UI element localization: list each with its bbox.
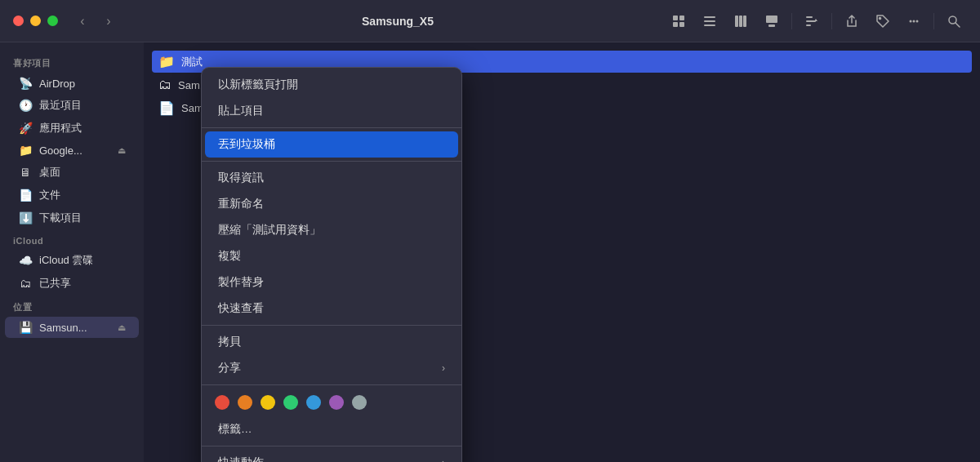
view-gallery-icon[interactable]	[759, 8, 785, 34]
cm-tags[interactable]: 標籤…	[205, 416, 458, 442]
sidebar-item-shared[interactable]: 🗂 已共享	[5, 272, 139, 295]
svg-rect-7	[735, 16, 738, 27]
cm-sep-2	[202, 161, 461, 162]
back-button[interactable]: ‹	[71, 10, 94, 33]
cm-share[interactable]: 分享 ›	[205, 355, 458, 381]
svg-rect-11	[768, 24, 775, 27]
google-icon: 📁	[18, 144, 33, 157]
minimize-button[interactable]	[30, 16, 41, 26]
icloud-label: iCloud	[0, 229, 144, 249]
context-menu-overlay[interactable]: 以新標籤頁打開 貼上項目 丟到垃圾桶 取得資訊 重新命名 壓縮「測試用資料」	[144, 42, 980, 462]
share-chevron-icon: ›	[442, 362, 445, 374]
svg-rect-0	[673, 16, 678, 20]
toolbar-sep-1	[791, 13, 792, 29]
cm-open-tab[interactable]: 以新標籤頁打開	[205, 72, 458, 98]
view-list-icon[interactable]	[697, 8, 723, 34]
cm-sep-4	[202, 384, 461, 385]
cm-quicklook[interactable]: 快速查看	[205, 295, 458, 322]
color-blue-dot[interactable]	[306, 395, 321, 410]
cm-sep-3	[202, 325, 461, 326]
quick-actions-chevron-icon: ›	[442, 457, 445, 462]
maximize-button[interactable]	[47, 16, 58, 26]
sidebar-item-documents[interactable]: 📄 文件	[5, 184, 139, 207]
share-icon[interactable]	[839, 8, 865, 34]
svg-rect-4	[704, 16, 715, 18]
titlebar: ‹ › Samsung_X5	[0, 0, 980, 42]
svg-point-19	[916, 20, 919, 22]
sidebar-item-icloud[interactable]: ☁️ iCloud 雲碟	[5, 249, 139, 272]
cm-quick-actions[interactable]: 快速動作 ›	[205, 450, 458, 462]
color-purple-dot[interactable]	[329, 395, 344, 410]
cm-get-info[interactable]: 取得資訊	[205, 165, 458, 191]
desktop-label: 桌面	[39, 165, 126, 180]
cm-duplicate[interactable]: 複製	[205, 243, 458, 269]
cm-compress[interactable]: 壓縮「測試用資料」	[205, 217, 458, 243]
color-gray-dot[interactable]	[352, 395, 367, 410]
apps-label: 應用程式	[39, 121, 126, 135]
sidebar-item-recents[interactable]: 🕐 最近項目	[5, 94, 139, 117]
documents-label: 文件	[39, 188, 126, 202]
svg-point-18	[913, 20, 915, 22]
file-area: 📁 測試 🗂 Sam... 📄 Sam... 以新標籤頁打開 貼上項目	[144, 42, 980, 462]
locations-label: 位置	[0, 295, 144, 317]
color-tags-row	[202, 389, 461, 416]
cm-copy[interactable]: 拷貝	[205, 329, 458, 355]
apps-icon: 🚀	[18, 122, 33, 135]
cm-sep-5	[202, 446, 461, 446]
cm-alias[interactable]: 製作替身	[205, 269, 458, 295]
recents-icon: 🕐	[18, 99, 33, 112]
icloud-label-text: iCloud 雲碟	[39, 253, 126, 268]
svg-rect-6	[704, 24, 715, 26]
sidebar-item-downloads[interactable]: ⬇️ 下載項目	[5, 207, 139, 229]
color-green-dot[interactable]	[283, 395, 298, 410]
svg-rect-12	[806, 16, 813, 18]
cm-rename[interactable]: 重新命名	[205, 191, 458, 217]
color-orange-dot[interactable]	[238, 395, 252, 410]
color-yellow-dot[interactable]	[261, 395, 275, 410]
color-red-dot[interactable]	[215, 395, 229, 410]
context-menu: 以新標籤頁打開 貼上項目 丟到垃圾桶 取得資訊 重新命名 壓縮「測試用資料」	[201, 67, 462, 462]
window-title: Samsung_X5	[130, 15, 666, 28]
shared-icon: 🗂	[18, 277, 33, 290]
samsung-eject-icon[interactable]: ⏏	[118, 322, 126, 333]
tag-icon[interactable]	[870, 8, 896, 34]
svg-marker-15	[814, 19, 817, 21]
recents-label: 最近項目	[39, 98, 126, 113]
view-columns-icon[interactable]	[728, 8, 754, 34]
toolbar	[666, 8, 967, 34]
view-grid-icon[interactable]	[666, 8, 692, 34]
sidebar-item-google[interactable]: 📁 Google... ⏏	[5, 140, 139, 161]
sidebar-item-apps[interactable]: 🚀 應用程式	[5, 117, 139, 140]
sidebar-item-airdrop[interactable]: 📡 AirDrop	[5, 73, 139, 94]
downloads-icon: ⬇️	[18, 211, 33, 224]
svg-rect-5	[704, 20, 715, 22]
svg-rect-2	[673, 22, 678, 27]
nav-buttons: ‹ ›	[71, 10, 120, 33]
window-controls	[13, 16, 58, 26]
shared-label: 已共享	[39, 276, 126, 291]
search-icon[interactable]	[941, 8, 967, 34]
svg-rect-3	[679, 22, 684, 27]
sidebar-item-samsung[interactable]: 💾 Samsun... ⏏	[5, 317, 139, 338]
desktop-icon: 🖥	[18, 166, 33, 179]
google-label: Google...	[39, 144, 111, 157]
sidebar-item-desktop[interactable]: 🖥 桌面	[5, 161, 139, 184]
forward-button[interactable]: ›	[97, 10, 120, 33]
google-eject-icon[interactable]: ⏏	[118, 145, 126, 156]
main-area: 喜好項目 📡 AirDrop 🕐 最近項目 🚀 應用程式 📁 Google...…	[0, 42, 980, 462]
toolbar-sep-2	[831, 13, 832, 29]
svg-rect-10	[766, 16, 777, 23]
cm-paste[interactable]: 貼上項目	[205, 98, 458, 124]
favorites-label: 喜好項目	[0, 51, 144, 73]
cm-trash[interactable]: 丟到垃圾桶	[205, 131, 458, 158]
svg-rect-9	[743, 16, 746, 27]
groupby-icon[interactable]	[799, 8, 825, 34]
cm-sep-1	[202, 127, 461, 128]
airdrop-icon: 📡	[18, 77, 33, 90]
downloads-label: 下載項目	[39, 211, 126, 225]
more-icon[interactable]	[901, 8, 927, 34]
samsung-label: Samsun...	[39, 322, 111, 334]
sidebar: 喜好項目 📡 AirDrop 🕐 最近項目 🚀 應用程式 📁 Google...…	[0, 42, 144, 462]
close-button[interactable]	[13, 16, 24, 26]
svg-rect-8	[739, 16, 742, 27]
